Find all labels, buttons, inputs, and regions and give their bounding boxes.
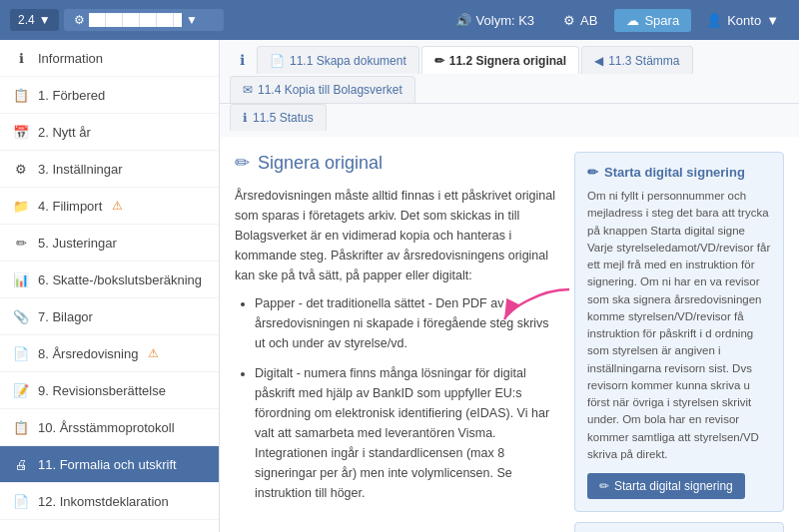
tab-label: 11.2 Signera original [449,54,566,68]
panel-start-title: ✏ Starta digital signering [587,165,771,180]
body-list: Papper - det traditionella sättet - Den … [235,293,559,503]
pencil-icon: ✏ [434,54,444,68]
chart-icon: 📊 [12,270,30,288]
doc2-icon: 📄 [12,492,30,510]
version-label: 2.4 [18,13,35,27]
sidebar-item-label: 10. Årsstämmoprotokoll [38,420,175,435]
start-signering-label: Starta digital signering [614,479,733,493]
section-title: ✏ Signera original [235,152,559,174]
calendar-icon: 📅 [12,123,30,141]
info-icon: ℹ [240,52,245,68]
pencil-panel-icon: ✏ [587,165,598,180]
tab-label: 11.1 Skapa dokument [290,54,406,68]
sidebar-item-skatte[interactable]: 📊 6. Skatte-/bokslutsberäkning [0,262,219,298]
bullet-digitalt: Digitalt - numera finns många lösningar … [255,366,549,500]
konto-menu[interactable]: 👤 Konto ▼ [696,9,789,32]
sidebar-item-forbered[interactable]: 📋 1. Förbered [0,77,219,114]
panel-status: ✔ Status digital signering ☁ Hämta statu… [574,522,784,532]
protocol-icon: 📋 [12,418,30,436]
ab-label: AB [580,13,597,28]
tabs-row2: ℹ 11.5 Status [220,104,799,137]
pencil-title-icon: ✏ [235,152,250,174]
sidebar-item-filimport[interactable]: 📁 4. Filimport ⚠ [0,188,219,225]
main-layout: ℹ Information 📋 1. Förbered 📅 2. Nytt år… [0,40,799,532]
company-name: ███████████ [89,13,183,27]
content-right: ✏ Starta digital signering Om ni fyllt i… [574,152,784,517]
tab-signera[interactable]: ✏ 11.2 Signera original [421,46,579,74]
tab-label: 11.3 Stämma [608,54,679,68]
sidebar-item-label: 3. Inställningar [38,162,123,177]
note-icon: 📝 [12,381,30,399]
gear-icon: ⚙ [12,160,30,178]
settings-icon: ⚙ [563,13,575,28]
doc-icon: 📄 [270,54,285,68]
content-body: ✏ Signera original Årsredovisningen måst… [220,137,799,532]
sidebar-item-kontroller[interactable]: ✔ 13. Kontroller ⚠ [0,520,219,532]
sidebar-item-revisionsberattelse[interactable]: 📝 9. Revisionsberättelse [0,372,219,409]
print-icon: 🖨 [12,455,30,473]
konto-label: Konto [727,13,761,28]
panel-start-title-text: Starta digital signering [604,165,745,180]
sidebar-item-label: 5. Justeringar [38,236,117,251]
sidebar-item-label: 1. Förbered [38,88,105,103]
sidebar-item-inkomst[interactable]: 📄 12. Inkomstdeklaration [0,483,219,520]
section-body: Årsredovisningen måste alltid finnas i e… [235,186,559,503]
tab-kopia[interactable]: ✉ 11.4 Kopia till Bolagsverket [230,76,415,103]
folder-icon: 📁 [12,197,30,215]
topbar: 2.4 ▼ ⚙ ███████████ ▼ 🔊 Volym: K3 ⚙ AB ☁… [0,0,799,40]
list-item-digitalt: Digitalt - numera finns många lösningar … [255,363,559,503]
company-selector[interactable]: ⚙ ███████████ ▼ [64,9,224,31]
version-chevron: ▼ [39,13,51,27]
sidebar-item-label: 4. Filimport [38,199,102,214]
save-button[interactable]: ☁ Spara [614,9,691,32]
section-title-text: Signera original [258,153,383,174]
tab-skapa[interactable]: 📄 11.1 Skapa dokument [257,46,419,74]
tab-stamma[interactable]: ◀ 11.3 Stämma [581,46,692,74]
tab-info-icon[interactable]: ℹ [230,46,255,74]
tab-label: 11.4 Kopia till Bolagsverket [258,83,402,97]
info-icon: ℹ [12,49,30,67]
company-chevron: ▼ [186,13,198,27]
main-content-area: ℹ 📄 11.1 Skapa dokument ✏ 11.2 Signera o… [220,40,799,532]
sidebar: ℹ Information 📋 1. Förbered 📅 2. Nytt år… [0,40,220,532]
sidebar-item-bilagor[interactable]: 📎 7. Bilagor [0,298,219,335]
sidebar-item-justeringar[interactable]: ✏ 5. Justeringar [0,225,219,262]
sidebar-item-label: 7. Bilagor [38,309,93,324]
save-label: Spara [644,13,679,28]
pencil-btn-icon: ✏ [599,479,609,493]
gear-icon: ⚙ [74,13,85,27]
body-intro: Årsredovisningen måste alltid finnas i e… [235,186,559,285]
panel-start-body: Om ni fyllt i personnummer och mejladres… [587,188,771,463]
cloud-icon: ☁ [626,13,639,28]
user-icon: 👤 [706,13,722,28]
sidebar-item-arsstamma[interactable]: 📋 10. Årsstämmoprotokoll [0,409,219,446]
warn-icon: ⚠ [112,199,123,213]
info-icon: ℹ [243,111,248,125]
paperclip-icon: 📎 [12,307,30,325]
back-icon: ◀ [594,54,603,68]
sidebar-item-information[interactable]: ℹ Information [0,40,219,77]
email-icon: ✉ [243,83,253,97]
bullet-papper: Papper - det traditionella sättet - Den … [255,296,549,350]
sidebar-item-arsredovisning[interactable]: 📄 8. Årsredovisning ⚠ [0,335,219,372]
edit-icon: ✏ [12,234,30,252]
ab-item[interactable]: ⚙ AB [551,9,609,32]
sidebar-item-label: 8. Årsredovisning [38,346,138,361]
sidebar-item-nytt-ar[interactable]: 📅 2. Nytt år [0,114,219,151]
sidebar-item-installningar[interactable]: ⚙ 3. Inställningar [0,151,219,188]
version-selector[interactable]: 2.4 ▼ [10,9,59,31]
doc-icon: 📄 [12,344,30,362]
tabs-row1: ℹ 📄 11.1 Skapa dokument ✏ 11.2 Signera o… [220,40,799,104]
sidebar-item-label: 12. Inkomstdeklaration [38,494,169,509]
konto-chevron: ▼ [766,13,779,28]
sidebar-item-formalia[interactable]: 🖨 11. Formalia och utskrift [0,446,219,483]
sidebar-item-label: 11. Formalia och utskrift [38,457,177,472]
volym-item[interactable]: 🔊 Volym: K3 [443,9,547,32]
sidebar-item-label: Information [38,51,103,66]
start-signering-button[interactable]: ✏ Starta digital signering [587,473,745,499]
tab-status[interactable]: ℹ 11.5 Status [230,104,327,131]
sidebar-item-label: 2. Nytt år [38,125,91,140]
panel-start-body-text: Om ni fyllt i personnummer och mejladres… [587,190,770,460]
panel-start-signering: ✏ Starta digital signering Om ni fyllt i… [574,152,784,512]
list-icon: 📋 [12,86,30,104]
